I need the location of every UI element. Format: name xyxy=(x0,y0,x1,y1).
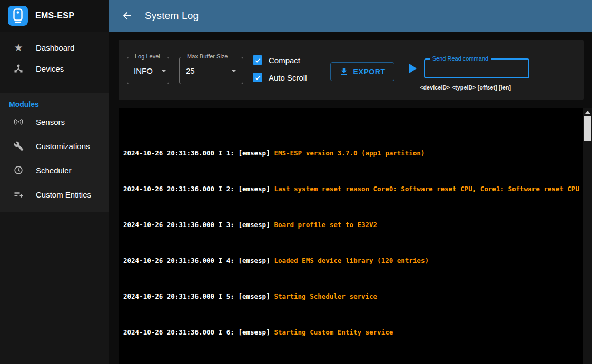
back-button[interactable] xyxy=(120,8,134,23)
log-timestamp: 2024-10-26 20:31:36.000 I 6: xyxy=(123,328,234,336)
log-message: Loaded EMS device library (120 entries) xyxy=(274,257,429,264)
export-label: EXPORT xyxy=(353,67,386,76)
log-source: [emsesp] xyxy=(238,292,270,300)
star-icon: ★ xyxy=(13,42,24,53)
auto-scroll-checkbox[interactable]: Auto Scroll xyxy=(253,73,307,82)
log-scrollbar[interactable] xyxy=(583,108,592,364)
log-source: [emsesp] xyxy=(238,257,270,264)
scrollbar-thumb[interactable] xyxy=(584,116,591,141)
sidebar-item-customizations[interactable]: Customizations xyxy=(0,134,109,158)
sidebar-item-devices[interactable]: Devices xyxy=(0,58,109,79)
send-read-input[interactable] xyxy=(431,60,522,77)
compact-checkbox[interactable]: Compact xyxy=(253,55,307,65)
log-source: [emsesp] xyxy=(238,328,270,336)
log-message: EMS-ESP version 3.7.0 (app1 partition) xyxy=(274,149,425,157)
sidebar-item-label: Custom Entities xyxy=(36,190,91,199)
log-line: 2024-10-26 20:31:36.000 I 2:[emsesp]Last… xyxy=(123,184,579,193)
sidebar-item-scheduler[interactable]: Scheduler xyxy=(0,158,109,182)
log-timestamp: 2024-10-26 20:31:36.000 I 2: xyxy=(123,185,234,193)
log-controls-card: Log Level INFO Max Buffer Size 25 Compac… xyxy=(119,40,584,100)
page-title: System Log xyxy=(145,10,199,22)
log-message: Starting Custom Entity service xyxy=(274,328,393,336)
sidebar-item-label: Scheduler xyxy=(36,166,72,175)
log-timestamp: 2024-10-26 20:31:36.000 I 3: xyxy=(123,221,234,229)
ems-esp-logo-icon xyxy=(8,6,28,26)
app-logo-row: EMS-ESP xyxy=(0,0,109,32)
log-line: 2024-10-26 20:31:36.000 I 3:[emsesp]Boar… xyxy=(123,220,579,229)
checkbox-checked-icon xyxy=(253,73,262,82)
scroll-up-button[interactable] xyxy=(583,108,592,116)
triangle-up-icon xyxy=(585,111,590,114)
sidebar-modules-section: Modules Sensors Customizations xyxy=(0,93,109,212)
log-source: [emsesp] xyxy=(238,185,270,193)
sidebar-nav: ★ Dashboard Devices xyxy=(0,32,109,93)
sidebar-item-custom-entities[interactable]: Custom Entities xyxy=(0,182,109,206)
log-line: 2024-10-26 20:31:36.000 I 6:[emsesp]Star… xyxy=(123,328,579,337)
log-message: Board profile set to E32V2 xyxy=(274,221,377,229)
sidebar-item-label: Dashboard xyxy=(36,43,74,52)
chevron-down-icon xyxy=(231,70,236,72)
log-level-label: Log Level xyxy=(132,53,163,60)
sidebar-item-sensors[interactable]: Sensors xyxy=(0,110,109,134)
export-button[interactable]: EXPORT xyxy=(330,62,394,81)
log-line: 2024-10-26 20:31:36.000 I 1:[emsesp]EMS-… xyxy=(123,149,579,158)
send-icon[interactable] xyxy=(409,64,417,73)
log-console: 2024-10-26 20:31:36.000 I 1:[emsesp]EMS-… xyxy=(119,108,592,364)
antenna-icon xyxy=(13,116,24,127)
content: Log Level INFO Max Buffer Size 25 Compac… xyxy=(109,32,592,364)
clock-icon xyxy=(13,164,24,176)
log-message: Starting Scheduler service xyxy=(274,292,377,300)
log-source: [emsesp] xyxy=(238,149,270,157)
send-read-field: Send Read command xyxy=(424,58,529,78)
sidebar: EMS-ESP ★ Dashboard Devices Modules xyxy=(0,0,109,364)
log-lines: 2024-10-26 20:31:36.000 I 1:[emsesp]EMS-… xyxy=(119,108,592,364)
max-buffer-label: Max Buffer Size xyxy=(184,53,230,60)
playlist-add-icon xyxy=(13,189,24,200)
compact-label: Compact xyxy=(269,56,300,65)
arrow-left-icon xyxy=(121,10,133,22)
log-timestamp: 2024-10-26 20:31:36.000 I 5: xyxy=(123,292,234,300)
log-source: [emsesp] xyxy=(238,221,270,229)
app-root: EMS-ESP ★ Dashboard Devices Modules xyxy=(0,0,592,364)
checkbox-column: Compact Auto Scroll xyxy=(253,55,307,82)
app-title: EMS-ESP xyxy=(35,11,74,21)
sidebar-item-label: Customizations xyxy=(36,142,90,151)
send-read-helper: <deviceID> <typeID> [offset] [len] xyxy=(409,84,522,91)
log-level-select[interactable]: Log Level INFO xyxy=(127,57,169,84)
main-area: System Log Log Level INFO Max Buffer Siz… xyxy=(109,0,592,364)
sidebar-item-dashboard[interactable]: ★ Dashboard xyxy=(0,37,109,58)
wrench-icon xyxy=(13,140,24,152)
checkbox-checked-icon xyxy=(253,55,262,65)
sidebar-item-label: Devices xyxy=(36,64,64,73)
device-hub-icon xyxy=(13,63,24,74)
download-icon xyxy=(339,67,349,76)
send-read-area: Send Read command <deviceID> <typeID> [o… xyxy=(409,48,529,91)
log-timestamp: 2024-10-26 20:31:36.000 I 4: xyxy=(123,257,234,264)
max-buffer-select[interactable]: Max Buffer Size 25 xyxy=(179,57,243,84)
log-line: 2024-10-26 20:31:36.000 I 5:[emsesp]Star… xyxy=(123,292,579,301)
appbar: System Log xyxy=(109,0,592,32)
auto-scroll-label: Auto Scroll xyxy=(269,73,307,82)
log-level-value: INFO xyxy=(134,66,153,75)
send-read-label: Send Read command xyxy=(430,55,491,62)
modules-header: Modules xyxy=(0,93,109,110)
max-buffer-value: 25 xyxy=(186,66,195,75)
log-line: 2024-10-26 20:31:36.000 I 4:[emsesp]Load… xyxy=(123,256,579,265)
sidebar-item-label: Sensors xyxy=(36,117,65,126)
log-timestamp: 2024-10-26 20:31:36.000 I 1: xyxy=(123,149,234,157)
chevron-down-icon xyxy=(161,70,166,72)
log-message: Last system reset reason Core0: Software… xyxy=(274,185,579,193)
